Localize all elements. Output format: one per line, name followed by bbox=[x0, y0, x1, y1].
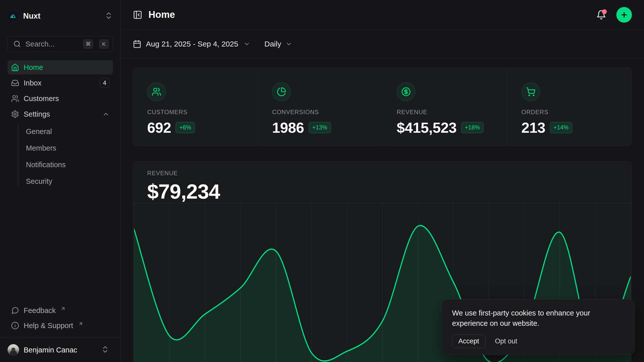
chevrons-up-down-icon bbox=[101, 345, 109, 355]
chat-bubble-icon bbox=[11, 306, 19, 314]
info-circle-icon bbox=[11, 322, 19, 330]
optout-cookies-button[interactable]: Opt out bbox=[495, 337, 517, 345]
stat-label: CUSTOMERS bbox=[147, 109, 248, 116]
sidebar-item-settings[interactable]: Settings bbox=[8, 107, 113, 121]
users-icon bbox=[147, 82, 166, 101]
filters-toolbar: Aug 21, 2025 - Sep 4, 2025 Daily bbox=[121, 30, 644, 59]
stat-label: ORDERS bbox=[521, 109, 622, 116]
page-title: Home bbox=[148, 9, 175, 20]
feedback-label: Feedback bbox=[24, 306, 56, 315]
stat-delta-badge: +18% bbox=[461, 122, 484, 133]
revenue-chart-total: $79,234 bbox=[147, 180, 632, 203]
feedback-link[interactable]: Feedback bbox=[8, 303, 113, 318]
stat-revenue[interactable]: REVENUE $415,523 +18% bbox=[382, 68, 507, 146]
workspace-name: Nuxt bbox=[23, 12, 100, 21]
sidebar-item-inbox[interactable]: Inbox 4 bbox=[8, 76, 113, 90]
users-icon bbox=[11, 95, 19, 103]
inbox-unread-badge: 4 bbox=[100, 78, 109, 88]
external-link-icon bbox=[61, 306, 66, 311]
collapse-sidebar-icon[interactable] bbox=[133, 10, 142, 20]
stat-delta-badge: +14% bbox=[550, 122, 572, 133]
sidebar-footer: Feedback Help & Support bbox=[0, 303, 120, 338]
granularity-select[interactable]: Daily bbox=[264, 40, 292, 48]
settings-sub-list: General Members Notifications Security bbox=[8, 124, 113, 189]
sidebar-item-security[interactable]: Security bbox=[26, 174, 113, 189]
kbd-k: K bbox=[99, 39, 109, 49]
cart-icon bbox=[521, 82, 540, 101]
stat-label: CONVERSIONS bbox=[272, 109, 373, 116]
sidebar-item-general[interactable]: General bbox=[26, 124, 113, 139]
date-range-picker[interactable]: Aug 21, 2025 - Sep 4, 2025 bbox=[133, 40, 250, 48]
sidebar: Nuxt Search... ⌘ K Home bbox=[0, 0, 121, 362]
user-name: Benjamin Canac bbox=[24, 346, 96, 354]
granularity-value: Daily bbox=[264, 40, 281, 48]
cookie-banner: We use first-party cookies to enhance yo… bbox=[442, 299, 635, 355]
stat-value: 692 bbox=[147, 119, 171, 136]
page-header: Home bbox=[121, 0, 644, 30]
sidebar-item-label: Settings bbox=[24, 110, 50, 118]
notifications-button[interactable] bbox=[596, 10, 606, 20]
workspace-switcher[interactable]: Nuxt bbox=[8, 10, 113, 22]
sidebar-item-label: Inbox bbox=[24, 79, 42, 87]
stat-customers[interactable]: CUSTOMERS 692 +6% bbox=[133, 68, 258, 146]
accept-cookies-button[interactable]: Accept bbox=[452, 335, 486, 348]
chevron-up-icon bbox=[102, 111, 109, 118]
kbd-cmd: ⌘ bbox=[83, 39, 93, 49]
sidebar-item-members[interactable]: Members bbox=[26, 141, 113, 155]
chevron-down-icon bbox=[243, 40, 250, 48]
external-link-icon bbox=[78, 321, 83, 326]
nuxt-logo-icon bbox=[8, 11, 19, 22]
revenue-chart-label: REVENUE bbox=[147, 170, 632, 177]
stats-card: CUSTOMERS 692 +6% CONVERSIONS 1986 +13% bbox=[133, 68, 632, 146]
stat-conversions[interactable]: CONVERSIONS 1986 +13% bbox=[258, 68, 383, 146]
date-range-value: Aug 21, 2025 - Sep 4, 2025 bbox=[146, 40, 238, 48]
stat-orders[interactable]: ORDERS 213 +14% bbox=[507, 68, 632, 146]
stat-label: REVENUE bbox=[397, 109, 497, 116]
sidebar-item-label: Home bbox=[24, 63, 43, 72]
app-window: Nuxt Search... ⌘ K Home bbox=[0, 0, 644, 362]
search-input[interactable]: Search... ⌘ K bbox=[8, 36, 113, 52]
calendar-icon bbox=[133, 40, 141, 48]
plus-icon bbox=[620, 11, 628, 19]
user-menu[interactable]: Benjamin Canac bbox=[0, 338, 120, 362]
pie-chart-icon bbox=[272, 82, 291, 101]
sidebar-item-home[interactable]: Home bbox=[8, 60, 113, 74]
stat-value: 213 bbox=[521, 119, 545, 136]
help-support-link[interactable]: Help & Support bbox=[8, 318, 113, 333]
stat-value: 1986 bbox=[272, 119, 304, 136]
search-icon bbox=[13, 40, 21, 48]
chevrons-up-down-icon bbox=[104, 11, 113, 21]
sidebar-item-customers[interactable]: Customers bbox=[8, 92, 113, 106]
dollar-circle-icon bbox=[397, 82, 415, 101]
search-placeholder: Search... bbox=[25, 40, 79, 48]
sidebar-item-notifications[interactable]: Notifications bbox=[26, 157, 113, 172]
inbox-icon bbox=[11, 79, 19, 87]
chevron-down-icon bbox=[285, 40, 292, 48]
cookie-message: We use first-party cookies to enhance yo… bbox=[452, 308, 624, 329]
avatar bbox=[8, 344, 19, 356]
add-button[interactable] bbox=[616, 7, 632, 23]
stat-value: $415,523 bbox=[397, 119, 457, 136]
sidebar-item-label: Customers bbox=[24, 95, 59, 103]
stat-delta-badge: +6% bbox=[176, 122, 195, 133]
help-support-label: Help & Support bbox=[24, 322, 73, 330]
stat-delta-badge: +13% bbox=[309, 122, 331, 133]
sidebar-nav: Home Inbox 4 Customers Sett bbox=[8, 60, 113, 303]
notification-dot bbox=[602, 9, 607, 14]
gear-icon bbox=[11, 110, 19, 118]
home-icon bbox=[11, 63, 19, 71]
